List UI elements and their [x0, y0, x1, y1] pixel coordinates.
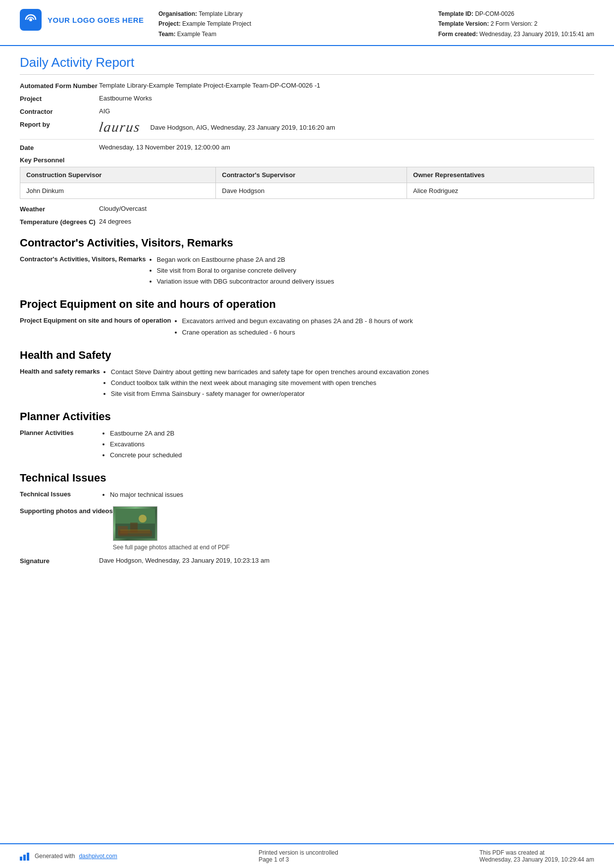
col-construction-supervisor: Construction Supervisor: [20, 167, 216, 183]
health-safety-heading: Health and Safety: [20, 349, 594, 362]
project-line: Project: Example Template Project: [158, 19, 428, 29]
list-item: Variation issue with DBG subcontractor a…: [157, 276, 594, 287]
list-item: Site visit from Boral to organise concre…: [157, 265, 594, 276]
col-contractor-supervisor: Contractor's Supervisor: [216, 167, 407, 183]
signature-area: laurus Dave Hodgson, AIG, Wednesday, 23 …: [99, 120, 594, 134]
planner-heading: Planner Activities: [20, 410, 594, 423]
activities-heading: Contractor's Activities, Visitors, Remar…: [20, 237, 594, 249]
form-created-line: Form created: Wednesday, 23 January 2019…: [438, 29, 594, 39]
weather-row: Weather Cloudy/Overcast: [20, 205, 594, 213]
equipment-row: Project Equipment on site and hours of o…: [20, 316, 594, 338]
signature-row: Signature Dave Hodgson, Wednesday, 23 Ja…: [20, 557, 594, 565]
template-version-value: 2 Form Version: 2: [491, 20, 538, 27]
supporting-label: Supporting photos and videos: [20, 506, 113, 515]
org-line: Organisation: Template Library: [158, 9, 428, 19]
form-number-value: Template Library-Example Template Projec…: [99, 82, 594, 89]
logo-text: YOUR LOGO GOES HERE: [48, 16, 144, 24]
list-item: Began work on Eastbourne phase 2A and 2B: [157, 254, 594, 265]
planner-label: Planner Activities: [20, 428, 99, 436]
technical-label: Technical Issues: [20, 489, 99, 498]
photo-caption: See full page photos attached at end of …: [113, 544, 230, 551]
health-safety-row: Health and safety remarks Contact Steve …: [20, 367, 594, 399]
health-safety-list: Contact Steve Daintry about getting new …: [100, 367, 594, 399]
form-created-value: Wednesday, 23 January 2019, 10:15:41 am: [479, 31, 594, 38]
list-item: Excavations: [110, 439, 594, 450]
signature-drawing: laurus: [98, 120, 142, 134]
bar3: [27, 853, 29, 861]
template-version-line: Template Version: 2 Form Version: 2: [438, 19, 594, 29]
logo-icon: [20, 9, 42, 31]
signature-value: Dave Hodgson, Wednesday, 23 January 2019…: [99, 557, 594, 564]
report-by-row: Report by laurus Dave Hodgson, AIG, Wedn…: [20, 120, 594, 134]
svg-point-0: [29, 18, 32, 21]
pdf-created-value: Wednesday, 23 January 2019, 10:29:44 am: [479, 856, 594, 863]
logo-area: YOUR LOGO GOES HERE: [20, 9, 149, 31]
technical-list: No major technical issues: [99, 489, 594, 500]
header-right: Template ID: DP-COM-0026 Template Versio…: [438, 9, 594, 39]
weather-label: Weather: [20, 205, 99, 213]
date-label: Date: [20, 144, 99, 151]
footer: Generated with dashpivot.com Printed ver…: [0, 843, 614, 868]
dashpivot-link[interactable]: dashpivot.com: [79, 853, 117, 860]
temperature-value: 24 degrees: [99, 218, 594, 225]
list-item: Crane operation as scheduled - 6 hours: [182, 327, 594, 338]
team-line: Team: Example Team: [158, 29, 428, 39]
key-personnel-label: Key Personnel: [20, 156, 594, 164]
date-value: Wednesday, 13 November 2019, 12:00:00 am: [99, 144, 594, 151]
list-item: Contact Steve Daintry about getting new …: [111, 367, 594, 378]
equipment-list: Excavators arrived and begun excavating …: [171, 316, 594, 338]
contractor-label: Contractor: [20, 107, 99, 115]
report-by-label: Report by: [20, 120, 99, 128]
team-label: Team:: [158, 31, 175, 38]
report-by-value: laurus Dave Hodgson, AIG, Wednesday, 23 …: [99, 120, 594, 134]
supporting-row: Supporting photos and videos See full pa…: [20, 506, 594, 551]
owner-rep-value: Alice Rodriguez: [407, 183, 594, 199]
template-id-line: Template ID: DP-COM-0026: [438, 9, 594, 19]
activities-row: Contractor's Activities, Visitors, Remar…: [20, 254, 594, 287]
planner-list: Eastbourne 2A and 2B Excavations Concret…: [99, 428, 594, 461]
footer-middle: Printed version is uncontrolled Page 1 o…: [258, 849, 338, 863]
pdf-created-label: This PDF was created at: [479, 849, 594, 856]
activities-list: Began work on Eastbourne phase 2A and 2B…: [146, 254, 594, 287]
header-middle: Organisation: Template Library Project: …: [149, 9, 438, 39]
header: YOUR LOGO GOES HERE Organisation: Templa…: [0, 0, 614, 46]
activities-label: Contractor's Activities, Visitors, Remar…: [20, 254, 146, 263]
template-id-value: DP-COM-0026: [475, 10, 514, 17]
form-number-row: Automated Form Number Template Library-E…: [20, 82, 594, 90]
list-item: No major technical issues: [110, 489, 594, 500]
report-title: Daily Activity Report: [20, 55, 594, 75]
main-content: Daily Activity Report Automated Form Num…: [0, 46, 614, 868]
svg-rect-3: [118, 526, 128, 535]
list-item: Concrete pour scheduled: [110, 450, 594, 461]
supporting-content: See full page photos attached at end of …: [113, 506, 230, 551]
technical-row: Technical Issues No major technical issu…: [20, 489, 594, 500]
footer-right: This PDF was created at Wednesday, 23 Ja…: [479, 849, 594, 863]
svg-rect-6: [120, 530, 150, 533]
svg-point-5: [139, 515, 147, 523]
bar2: [23, 855, 26, 861]
bar1: [20, 857, 22, 861]
svg-rect-4: [130, 523, 138, 532]
list-item: Conduct toolbox talk within the next wee…: [111, 378, 594, 388]
contractor-value: AIG: [99, 107, 594, 115]
template-id-label: Template ID:: [438, 10, 473, 17]
contractor-row: Contractor AIG: [20, 107, 594, 115]
technical-heading: Technical Issues: [20, 472, 594, 484]
col-owner-rep: Owner Representatives: [407, 167, 594, 183]
form-number-label: Automated Form Number: [20, 82, 99, 90]
team-value: Example Team: [177, 31, 216, 38]
personnel-header-row: Construction Supervisor Contractor's Sup…: [20, 167, 594, 183]
photo-thumbnail: [113, 506, 157, 541]
table-row: John Dinkum Dave Hodgson Alice Rodriguez: [20, 183, 594, 199]
form-created-label: Form created:: [438, 31, 478, 38]
equipment-label: Project Equipment on site and hours of o…: [20, 316, 171, 324]
org-value: Template Library: [199, 10, 243, 17]
contractor-supervisor-value: Dave Hodgson: [216, 183, 407, 199]
temperature-row: Temperature (degrees C) 24 degrees: [20, 218, 594, 226]
signature-label: Signature: [20, 557, 99, 565]
divider-1: [20, 139, 594, 140]
equipment-heading: Project Equipment on site and hours of o…: [20, 298, 594, 311]
generated-text: Generated with: [35, 853, 75, 860]
weather-value: Cloudy/Overcast: [99, 205, 594, 212]
uncontrolled-text: Printed version is uncontrolled: [258, 849, 338, 856]
